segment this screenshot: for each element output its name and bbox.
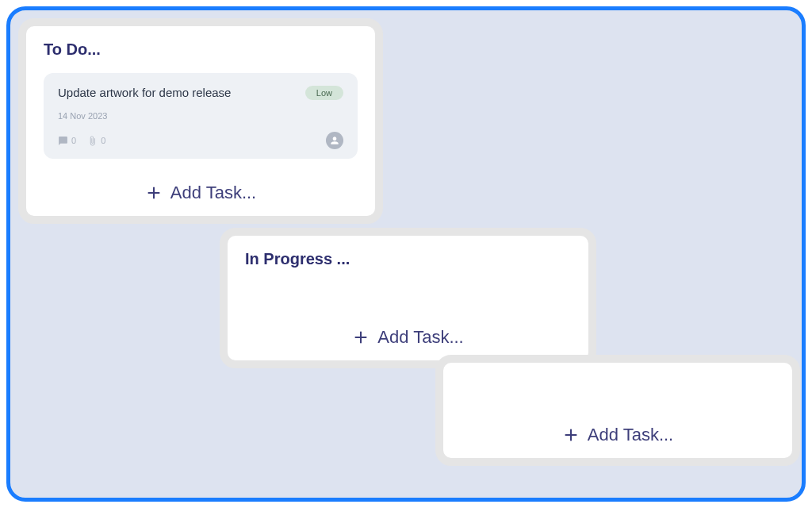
- column-body-empty: [245, 283, 571, 321]
- comments-meta: 0: [58, 136, 76, 146]
- column-todo: To Do... Update artwork for demo release…: [18, 18, 383, 224]
- column-in-progress: In Progress ... Add Task...: [220, 228, 596, 368]
- comment-icon: [58, 136, 68, 146]
- column-body-empty: [461, 377, 775, 418]
- task-title: Update artwork for demo release: [58, 86, 231, 99]
- attachment-icon: [87, 136, 98, 146]
- task-card[interactable]: Update artwork for demo release Low 14 N…: [44, 73, 358, 159]
- add-task-button-third[interactable]: Add Task...: [461, 418, 775, 448]
- person-icon: [329, 135, 340, 146]
- add-task-button-in-progress[interactable]: Add Task...: [245, 321, 571, 351]
- task-meta: 0 0: [58, 136, 105, 146]
- priority-badge: Low: [305, 86, 343, 100]
- column-third: Add Task...: [435, 355, 800, 466]
- plus-icon: [352, 329, 370, 346]
- add-task-label: Add Task...: [170, 183, 256, 203]
- attachments-meta: 0: [87, 136, 105, 146]
- comments-count: 0: [71, 136, 76, 145]
- add-task-label: Add Task...: [588, 425, 673, 445]
- column-title-in-progress: In Progress ...: [245, 250, 571, 268]
- column-title-todo: To Do...: [44, 40, 358, 59]
- add-task-button-todo[interactable]: Add Task...: [44, 176, 358, 206]
- task-footer: 0 0: [58, 132, 343, 149]
- task-date: 14 Nov 2023: [58, 111, 343, 121]
- avatar: [326, 132, 343, 149]
- attachments-count: 0: [101, 136, 105, 145]
- add-task-label: Add Task...: [377, 327, 463, 348]
- plus-icon: [145, 184, 163, 202]
- plus-icon: [562, 426, 580, 444]
- task-header: Update artwork for demo release Low: [58, 86, 343, 100]
- board-frame: To Do... Update artwork for demo release…: [6, 6, 806, 502]
